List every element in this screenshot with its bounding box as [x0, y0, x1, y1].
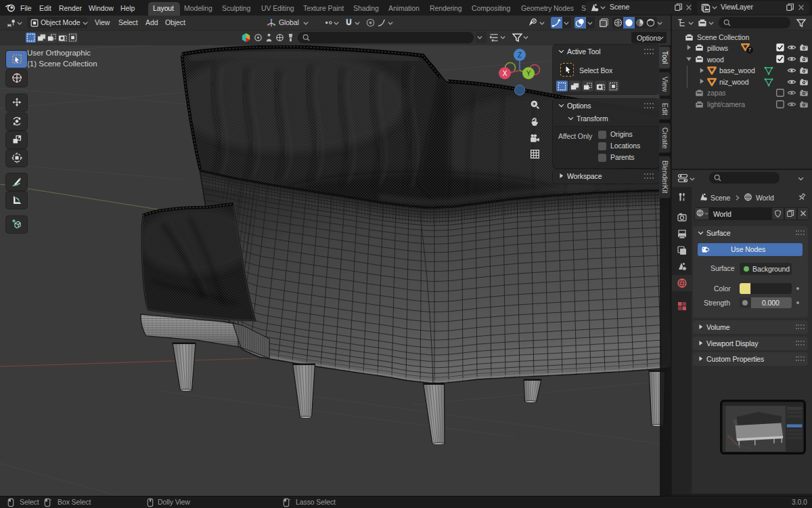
- svg-text:Z: Z: [518, 51, 522, 59]
- svg-text:Y: Y: [526, 70, 531, 77]
- svg-text:X: X: [503, 70, 508, 77]
